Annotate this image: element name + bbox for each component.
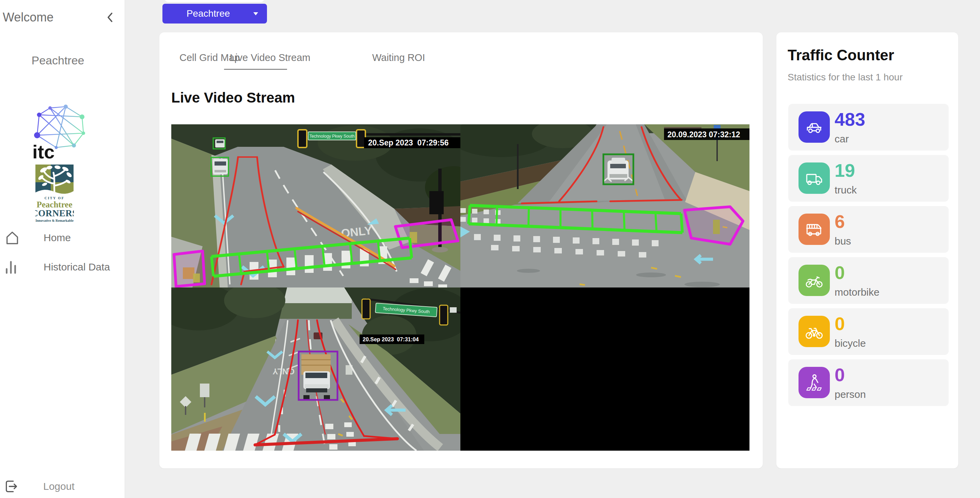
sidebar-item-home[interactable]: Home bbox=[5, 229, 117, 247]
truck-icon bbox=[799, 162, 830, 194]
bus-icon bbox=[799, 213, 830, 245]
sidebar: Welcome Peachtree bbox=[0, 0, 125, 498]
tab-live-video-stream[interactable]: Live Video Stream bbox=[230, 52, 310, 64]
stat-label: truck bbox=[835, 184, 857, 196]
peachtree-corners-logo: CITY OF Peachtree CORNERS Innovative & R… bbox=[35, 164, 74, 237]
motorbike-icon bbox=[799, 265, 830, 296]
timestamp-text: 20.Sep 2023 07:29:56 bbox=[368, 138, 449, 147]
stat-count: 0 bbox=[835, 262, 845, 283]
video-feed-east-scene: 20.09.2023 07:32:12 bbox=[460, 124, 749, 288]
page-title: Live Video Stream bbox=[171, 89, 295, 106]
stat-count: 0 bbox=[835, 364, 845, 385]
stat-card-motorbike: 0 motorbike bbox=[788, 257, 949, 304]
timestamp-overlay: 20.Sep 2023 07:31:04 bbox=[360, 334, 424, 344]
roi-polygon-magenta bbox=[684, 207, 743, 244]
stat-label: motorbike bbox=[835, 286, 880, 298]
chevron-left-icon bbox=[105, 12, 115, 22]
timestamp-text: 20.09.2023 07:32:12 bbox=[667, 130, 740, 139]
sidebar-collapse-button[interactable] bbox=[105, 12, 115, 22]
stat-label: car bbox=[835, 133, 849, 145]
home-icon bbox=[5, 230, 20, 246]
itc-logo: itc bbox=[32, 104, 90, 160]
stat-label: bus bbox=[835, 235, 851, 247]
stat-card-truck: 19 truck bbox=[788, 155, 949, 202]
traffic-counter-title: Traffic Counter bbox=[788, 47, 894, 64]
logout-icon bbox=[3, 479, 19, 494]
site-selector-label: Peachtree bbox=[186, 8, 230, 19]
stat-label: bicycle bbox=[835, 337, 866, 349]
stat-card-car: 483 car bbox=[788, 104, 949, 151]
video-feed-offline bbox=[460, 288, 749, 451]
traffic-counter-subtitle: Statistics for the last 1 hour bbox=[788, 72, 903, 83]
main-content-card: Cell Grid Map Live Video Stream Waiting … bbox=[159, 32, 763, 468]
person-icon bbox=[799, 367, 830, 398]
video-feed-south: ONLY bbox=[171, 288, 460, 451]
video-feed-east: 20.09.2023 07:32:12 bbox=[460, 124, 749, 288]
stat-count: 0 bbox=[835, 313, 845, 334]
bicycle-icon bbox=[799, 316, 830, 347]
street-sign-text: Technology Pkwy South bbox=[310, 134, 355, 138]
waiting-roi-polygons bbox=[684, 207, 743, 244]
video-feed-south-scene: ONLY bbox=[171, 288, 460, 451]
video-grid: ONLY bbox=[171, 124, 749, 451]
stat-card-person: 0 person bbox=[788, 360, 949, 406]
stat-card-bus: 6 bus bbox=[788, 206, 949, 253]
itc-logo-text: itc bbox=[32, 141, 54, 160]
bar-chart-icon bbox=[5, 259, 18, 275]
stat-count: 19 bbox=[835, 160, 855, 181]
itc-network-graphic: itc bbox=[32, 104, 90, 160]
dropdown-card-edge bbox=[164, 0, 264, 2]
video-feed-north: ONLY bbox=[171, 124, 460, 288]
timestamp-overlay: 20.09.2023 07:32:12 bbox=[664, 129, 749, 140]
tab-waiting-roi[interactable]: Waiting ROI bbox=[372, 52, 425, 64]
city-logo-line1: CITY OF bbox=[45, 196, 65, 200]
stat-count: 483 bbox=[835, 109, 865, 130]
city-logo-line3: CORNERS bbox=[35, 208, 74, 218]
traffic-counter-panel: Traffic Counter Statistics for the last … bbox=[776, 32, 958, 468]
sidebar-item-label: Home bbox=[44, 232, 71, 243]
video-feed-north-scene: ONLY bbox=[171, 124, 460, 288]
roi-polygon-magenta bbox=[174, 251, 205, 286]
logout-label: Logout bbox=[43, 480, 75, 492]
city-logo-line2: Peachtree bbox=[37, 200, 72, 209]
sidebar-item-label: Historical Data bbox=[44, 261, 110, 273]
caret-down-icon bbox=[253, 12, 258, 15]
site-selector-button[interactable]: Peachtree bbox=[162, 4, 267, 24]
stat-card-bicycle: 0 bicycle bbox=[788, 308, 949, 355]
stat-label: person bbox=[835, 389, 866, 400]
road-marking-text: ONLY bbox=[273, 367, 294, 376]
city-logo-line4: Innovative & Remarkable bbox=[35, 219, 73, 223]
sidebar-item-historical-data[interactable]: Historical Data bbox=[5, 258, 117, 276]
app-root: Welcome Peachtree bbox=[0, 0, 980, 498]
stat-count: 6 bbox=[835, 211, 845, 232]
timestamp-overlay: 20.Sep 2023 07:29:56 bbox=[364, 137, 460, 148]
timestamp-text: 20.Sep 2023 07:31:04 bbox=[363, 337, 419, 342]
welcome-text: Welcome bbox=[3, 10, 54, 24]
car-icon bbox=[799, 111, 830, 143]
active-tab-indicator bbox=[224, 69, 287, 70]
sidebar-site-name: Peachtree bbox=[0, 54, 116, 67]
sidebar-item-logout[interactable]: Logout bbox=[3, 477, 116, 495]
